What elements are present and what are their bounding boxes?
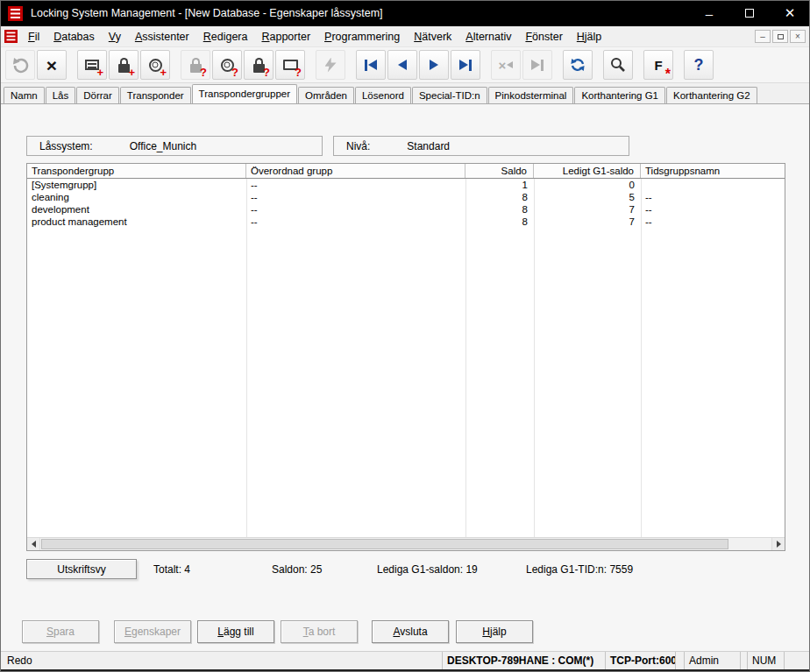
add-button[interactable]: Lägg till xyxy=(197,620,274,643)
filter-button[interactable]: F * xyxy=(643,50,673,80)
horizontal-scrollbar[interactable] xyxy=(27,537,785,550)
total-count: Totalt: 4 xyxy=(153,563,190,576)
cell-parent-group: -- xyxy=(246,191,465,203)
status-user: Admin xyxy=(684,652,740,669)
cell-group-name: cleaning xyxy=(27,191,246,203)
cell-ledigt-g1: 7 xyxy=(534,203,641,216)
menubar: Fil Databas Vy Assistenter Redigera Rapp… xyxy=(0,26,810,46)
reset-record-icon: × xyxy=(499,59,514,72)
mdi-restore-icon xyxy=(778,34,784,39)
new-transponder-button[interactable]: + xyxy=(140,50,170,80)
print-view-button[interactable]: Utskriftsvy xyxy=(26,559,137,579)
level-value: Standard xyxy=(407,140,450,152)
menu-item-fonster[interactable]: Fönster xyxy=(518,28,569,46)
statusbar: Redo DESKTOP-789HANE : COM(*) TCP-Port:6… xyxy=(0,651,810,669)
tab-transponder[interactable]: Transponder xyxy=(120,87,191,103)
column-header-tidsgruppsnamn[interactable]: Tidsgruppsnamn xyxy=(641,164,786,178)
exit-button[interactable]: Avsluta xyxy=(372,620,449,643)
tab-losenord[interactable]: Lösenord xyxy=(355,87,411,103)
previous-record-button[interactable] xyxy=(387,50,417,80)
first-record-icon xyxy=(365,60,377,71)
mdi-close-button[interactable]: × xyxy=(790,30,806,43)
maximize-icon xyxy=(745,9,754,18)
last-record-button[interactable] xyxy=(451,50,480,80)
status-spacer xyxy=(784,652,810,669)
tab-pinkodsterminal[interactable]: Pinkodsterminal xyxy=(488,87,574,103)
menu-item-vy[interactable]: Vy xyxy=(102,28,128,46)
menu-item-fil[interactable]: Fil xyxy=(21,28,46,46)
tab-dorrar[interactable]: Dörrar xyxy=(76,87,119,103)
scroll-left-button[interactable] xyxy=(27,538,40,550)
minimize-button[interactable]: – xyxy=(689,0,729,26)
read-card-button[interactable]: ? xyxy=(275,50,305,80)
table-row[interactable]: [Systemgrupp] -- 1 0 xyxy=(27,179,785,191)
read-lock-button: ? xyxy=(181,50,210,80)
maximize-button[interactable] xyxy=(729,0,770,26)
new-lock-button[interactable]: + xyxy=(109,50,139,80)
column-header-saldo[interactable]: Saldo xyxy=(465,164,534,178)
column-header-ledigt-g1-saldo[interactable]: Ledigt G1-saldo xyxy=(534,164,641,178)
lock-system-field: Låssystem: Office_Munich xyxy=(26,136,323,156)
free-g1-count: Lediga G1-saldon: 19 xyxy=(377,563,478,576)
close-button[interactable]: ✕ xyxy=(770,0,810,26)
menu-item-assistenter[interactable]: Assistenter xyxy=(128,28,196,46)
first-record-button[interactable] xyxy=(356,50,386,80)
cell-ledigt-g1: 7 xyxy=(534,216,641,228)
scroll-right-button[interactable] xyxy=(771,538,785,550)
column-divider xyxy=(534,179,535,537)
cell-saldo: 8 xyxy=(465,203,534,216)
menu-item-natverk[interactable]: Nätverk xyxy=(407,28,458,46)
refresh-button[interactable] xyxy=(563,50,593,80)
mdi-minimize-button[interactable]: – xyxy=(755,30,771,43)
lock-system-value: Office_Munich xyxy=(130,140,196,152)
tab-special-tid[interactable]: Special-TID:n xyxy=(412,87,487,103)
column-divider xyxy=(246,179,247,537)
tab-korthantering-g2[interactable]: Korthantering G2 xyxy=(666,87,757,103)
table-row[interactable]: product management -- 8 7 -- xyxy=(27,216,785,228)
menu-item-redigera[interactable]: Redigera xyxy=(196,28,255,46)
mdi-child-icon xyxy=(4,30,18,43)
help-button[interactable]: ? xyxy=(684,50,714,80)
next-record-button[interactable] xyxy=(419,50,449,80)
help-icon: ? xyxy=(694,57,704,73)
program-icon xyxy=(325,58,337,73)
db-sync-button xyxy=(5,50,35,80)
menu-item-rapporter[interactable]: Rapporter xyxy=(254,28,317,46)
scrollbar-thumb[interactable] xyxy=(41,539,728,549)
logoff-button[interactable]: × xyxy=(37,50,67,80)
column-divider xyxy=(465,179,466,537)
menu-item-programmering[interactable]: Programmering xyxy=(317,28,407,46)
reset-record-button: × xyxy=(491,50,521,80)
read-transponder-button[interactable]: ? xyxy=(212,50,242,80)
print-view-label: Utskriftsvy xyxy=(57,563,105,576)
cell-parent-group: -- xyxy=(246,203,465,216)
search-button[interactable] xyxy=(603,50,633,80)
table-row[interactable]: cleaning -- 8 5 -- xyxy=(27,191,785,203)
app-logo-icon xyxy=(8,6,23,21)
menu-item-databas[interactable]: Databas xyxy=(46,28,102,46)
column-header-overordnad-grupp[interactable]: Överordnad grupp xyxy=(246,164,465,178)
table-row[interactable]: development -- 8 7 -- xyxy=(27,203,785,216)
save-button: Spara xyxy=(22,620,99,643)
status-ready: Redo xyxy=(7,654,32,667)
menu-item-hjalp[interactable]: Hjälp xyxy=(570,28,609,46)
properties-button: Egenskaper xyxy=(114,620,191,643)
read-lock-alt-button[interactable]: ? xyxy=(244,50,274,80)
tab-namn[interactable]: Namn xyxy=(4,87,45,103)
cell-saldo: 1 xyxy=(465,179,534,191)
tab-omraden[interactable]: Områden xyxy=(298,87,354,103)
column-header-transpondergrupp[interactable]: Transpondergrupp xyxy=(27,164,246,178)
mdi-restore-button[interactable] xyxy=(772,30,788,43)
tab-transpondergrupper[interactable]: Transpondergrupper xyxy=(192,84,297,103)
cell-parent-group: -- xyxy=(246,179,465,191)
tab-korthantering-g1[interactable]: Korthantering G1 xyxy=(574,87,665,103)
cell-saldo: 8 xyxy=(465,216,534,228)
next-record-icon xyxy=(430,60,438,70)
menu-item-alternativ[interactable]: Alternativ xyxy=(458,28,518,46)
table-body: [Systemgrupp] -- 1 0 cleaning -- 8 5 -- … xyxy=(27,179,785,537)
new-locking-system-button[interactable]: + xyxy=(77,50,107,80)
cell-parent-group: -- xyxy=(246,216,465,228)
help-dialog-button[interactable]: Hjälp xyxy=(456,620,533,643)
search-icon xyxy=(609,56,627,74)
tab-las[interactable]: Lås xyxy=(46,87,76,103)
